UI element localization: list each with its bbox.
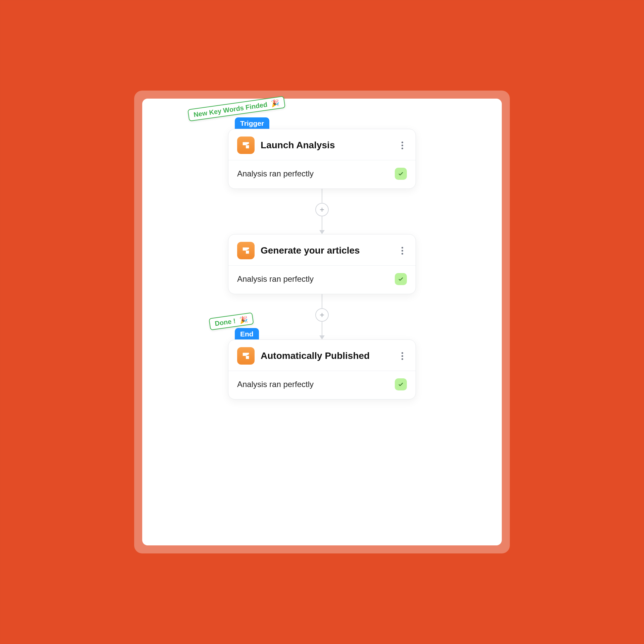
app-icon bbox=[237, 137, 255, 154]
node-card[interactable]: Automatically Published Analysis ran per… bbox=[228, 339, 416, 399]
card-body: Analysis ran perfectly bbox=[228, 160, 416, 189]
sticker-label: New Key Words Finded bbox=[193, 101, 268, 118]
workflow-canvas: New Key Words Finded 🎉 Trigger Launch An… bbox=[142, 99, 502, 545]
success-check-icon bbox=[395, 168, 407, 180]
card-header: Launch Analysis bbox=[228, 129, 416, 160]
connector-line bbox=[322, 216, 322, 230]
connector-line bbox=[322, 322, 322, 336]
connector-line bbox=[322, 294, 322, 308]
node-title: Generate your articles bbox=[261, 245, 397, 256]
node-card[interactable]: Launch Analysis Analysis ran perfectly bbox=[228, 129, 416, 189]
arrow-down-icon bbox=[319, 230, 325, 234]
party-popper-icon: 🎉 bbox=[239, 315, 248, 324]
status-text: Analysis ran perfectly bbox=[237, 274, 314, 284]
node-title: Launch Analysis bbox=[261, 140, 397, 151]
app-icon bbox=[237, 347, 255, 365]
node-title: Automatically Published bbox=[261, 351, 397, 361]
node-pill-end: End bbox=[235, 328, 259, 340]
sticker-done: Done ! 🎉 bbox=[209, 312, 254, 330]
card-header: Generate your articles bbox=[228, 234, 416, 266]
more-menu-button[interactable] bbox=[397, 351, 407, 361]
workflow-node: Done ! 🎉 End Automatically Published bbox=[228, 339, 416, 399]
connector: + bbox=[315, 189, 329, 234]
arrow-down-icon bbox=[319, 335, 325, 339]
app-icon bbox=[237, 242, 255, 259]
outer-frame: New Key Words Finded 🎉 Trigger Launch An… bbox=[134, 91, 510, 553]
add-step-button[interactable]: + bbox=[315, 308, 329, 322]
card-header: Automatically Published bbox=[228, 340, 416, 371]
card-body: Analysis ran perfectly bbox=[228, 371, 416, 399]
status-text: Analysis ran perfectly bbox=[237, 380, 314, 389]
node-card[interactable]: Generate your articles Analysis ran perf… bbox=[228, 234, 416, 294]
workflow-node: Generate your articles Analysis ran perf… bbox=[228, 234, 416, 294]
party-popper-icon: 🎉 bbox=[271, 99, 280, 107]
connector-line bbox=[322, 189, 322, 203]
node-pill-trigger: Trigger bbox=[235, 117, 269, 129]
success-check-icon bbox=[395, 378, 407, 390]
sticker-label: Done ! bbox=[214, 317, 236, 327]
workflow-column: New Key Words Finded 🎉 Trigger Launch An… bbox=[228, 129, 416, 399]
connector: + bbox=[315, 294, 329, 339]
more-menu-button[interactable] bbox=[397, 246, 407, 255]
workflow-node: New Key Words Finded 🎉 Trigger Launch An… bbox=[228, 129, 416, 189]
add-step-button[interactable]: + bbox=[315, 203, 329, 216]
more-menu-button[interactable] bbox=[397, 141, 407, 150]
status-text: Analysis ran perfectly bbox=[237, 169, 314, 178]
card-body: Analysis ran perfectly bbox=[228, 266, 416, 294]
success-check-icon bbox=[395, 273, 407, 285]
